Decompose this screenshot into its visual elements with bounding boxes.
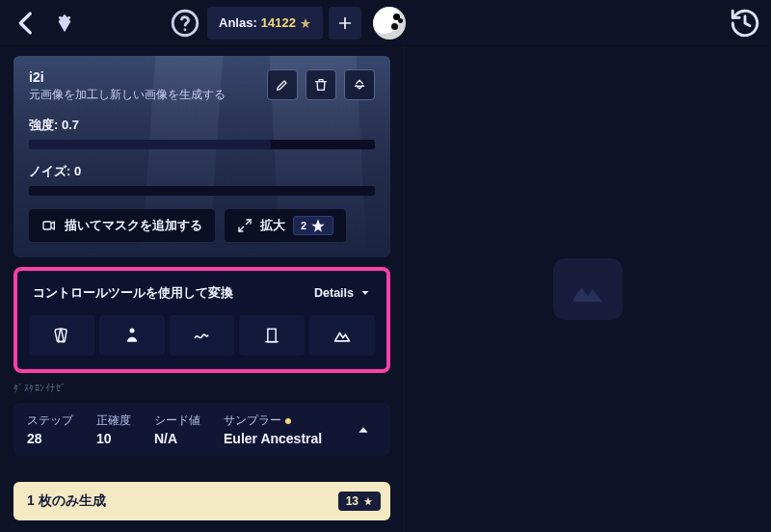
avatar[interactable] [373,7,406,40]
control-tools-title: コントロールツールを使用して変換 [33,284,233,302]
seed-label: シード値 [154,412,200,429]
enlarge-button[interactable]: 拡大 2 [225,209,346,242]
sampler-value: Euler Ancestral [224,431,322,446]
history-icon [729,7,761,40]
strength-label: 強度: 0.7 [29,118,79,132]
hint-text: ﾀﾞｽﾀﾛﾝｲﾅｾﾞ [13,383,390,393]
logo-icon [54,13,75,34]
noise-slider[interactable] [29,186,375,196]
chevron-left-icon [10,7,42,40]
params-expand-button[interactable] [350,416,377,443]
scribble-icon [192,326,211,345]
person-icon [122,326,142,345]
i2i-subtitle: 元画像を加工し新しい画像を生成する [29,87,226,103]
anlas-icon [363,496,373,506]
sampler-label: サンプラー [224,412,322,429]
params-card: ステップ 28 正確度 10 シード値 N/A サンプラー Euler Ance… [13,403,390,456]
svg-line-8 [246,220,251,225]
svg-point-1 [67,16,70,19]
chevron-up-icon [356,422,371,438]
sampler-dot-icon [285,418,291,424]
steps-label: ステップ [27,412,73,429]
chevron-down-icon [359,287,371,299]
svg-rect-7 [43,222,51,229]
trash-icon [313,77,329,93]
i2i-card: i2i 元画像を加工し新しい画像を生成する [13,56,390,257]
svg-line-9 [239,226,244,231]
edit-button[interactable] [267,69,298,100]
anlas-icon [300,17,311,29]
mask-icon [41,218,57,233]
palette-icon [52,326,71,345]
svg-point-12 [129,329,134,333]
accuracy-value: 10 [96,431,131,446]
collapse-button[interactable] [344,69,375,100]
help-button[interactable] [169,7,201,40]
svg-point-3 [184,28,187,31]
preview-area [405,46,771,532]
tool-scribble[interactable] [170,315,235,356]
top-bar: Anlas: 14122 [0,0,771,46]
svg-rect-13 [268,329,276,341]
enlarge-label: 拡大 [260,218,285,234]
plus-icon [337,15,353,31]
help-icon [169,7,201,40]
generate-label: 1 枚のみ生成 [27,492,106,510]
app-logo[interactable] [48,7,81,40]
expand-icon [237,218,253,233]
strength-slider[interactable] [29,140,375,149]
control-tools-panel: コントロールツールを使用して変換 Details [13,267,390,373]
anlas-value: 14122 [261,15,296,30]
add-button[interactable] [329,7,361,40]
enlarge-cost-badge: 2 [293,216,333,235]
noise-label: ノイズ: 0 [29,164,81,178]
svg-point-0 [59,16,62,19]
history-button[interactable] [729,7,761,40]
pencil-icon [275,77,290,93]
generate-button[interactable]: 1 枚のみ生成 13 [13,482,390,520]
seed-value: N/A [154,431,200,446]
tool-pose[interactable] [99,315,165,356]
building-icon [262,326,281,345]
accuracy-label: 正確度 [96,412,131,429]
anlas-label: Anlas: [219,15,257,30]
details-toggle[interactable]: Details [314,286,371,300]
steps-value: 28 [27,431,73,446]
tool-building[interactable] [239,315,305,356]
generate-cost-badge: 13 [338,492,381,511]
collapse-icon [352,77,367,93]
delete-button[interactable] [306,69,336,100]
image-placeholder [553,258,623,320]
anlas-balance[interactable]: Anlas: 14122 [207,7,323,40]
add-mask-button[interactable]: 描いてマスクを追加する [29,209,215,242]
anlas-icon [310,218,326,233]
image-icon [567,270,609,308]
tool-palette[interactable] [29,315,94,356]
i2i-title: i2i [29,69,226,85]
tool-landscape[interactable] [309,315,375,356]
add-mask-label: 描いてマスクを追加する [65,218,202,234]
back-button[interactable] [10,7,42,40]
sidebar-panel: i2i 元画像を加工し新しい画像を生成する [0,46,405,532]
mountain-icon [332,326,352,345]
